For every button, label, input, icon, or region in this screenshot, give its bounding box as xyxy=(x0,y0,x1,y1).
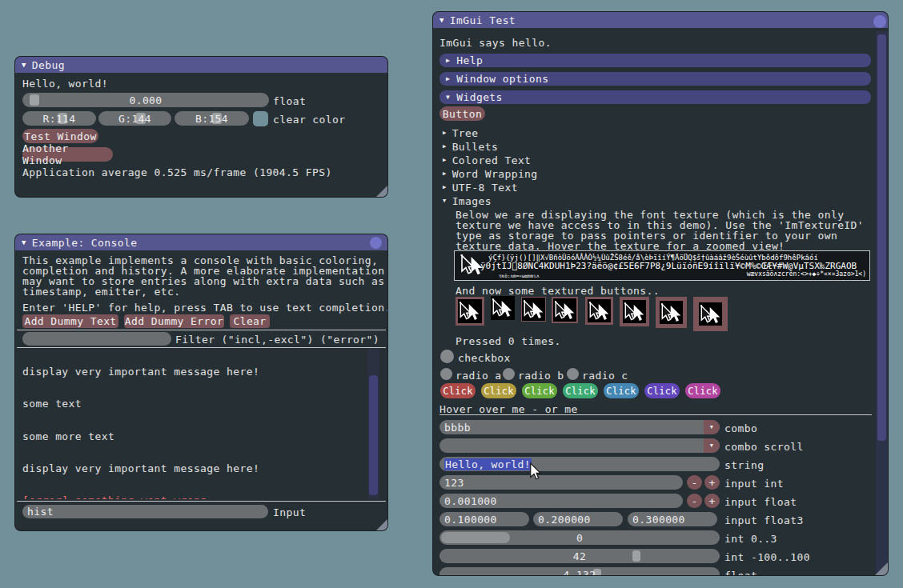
input-float-field[interactable]: 0.001000 xyxy=(439,494,683,508)
combo-arrow-button[interactable]: ▼ xyxy=(704,438,720,453)
imgui-test-window[interactable]: ▼ ImGui Test ImGui says hello. ▶ Help ▶ … xyxy=(432,11,889,576)
console-window[interactable]: ▼ Example: Console This example implemen… xyxy=(14,234,388,531)
add-dummy-error-label: Add Dummy Error xyxy=(125,315,223,327)
image-button-2[interactable] xyxy=(491,296,515,320)
combo-scroll-select[interactable]: ▼ xyxy=(439,438,720,453)
clear-button[interactable]: Clear xyxy=(230,314,270,328)
tree-node-tree[interactable]: ▶ Tree xyxy=(443,127,479,139)
header-help-label: Help xyxy=(456,54,483,66)
console-input[interactable]: hist xyxy=(22,505,268,518)
font-texture-row3: wævxsäöʌzcrèn:<>+◆÷*«×»3azo>1<) xyxy=(747,270,866,278)
imgui-scrollbar-grab[interactable] xyxy=(877,34,886,441)
debug-titlebar[interactable]: ▼ Debug xyxy=(15,57,387,73)
tree-node-images[interactable]: ▼ Images xyxy=(443,195,492,207)
combo-select[interactable]: bbbb ▼ xyxy=(439,420,720,434)
combo-arrow-button[interactable]: ▼ xyxy=(704,420,720,434)
tree-node-bullets[interactable]: ▶ Bullets xyxy=(443,141,498,153)
input-int-plus-button[interactable]: + xyxy=(704,475,720,490)
console-scrollbar-grab[interactable] xyxy=(369,375,378,495)
console-resize-grip[interactable] xyxy=(376,519,387,530)
collapse-arrow-icon[interactable]: ▼ xyxy=(439,17,444,24)
click-button-4[interactable]: Click xyxy=(563,383,598,398)
color-edit-r[interactable]: R:114 xyxy=(22,111,96,126)
hover-over-me-text[interactable]: Hover over me - or me xyxy=(439,403,578,415)
input-int-label: input int xyxy=(724,478,784,490)
image-button-8[interactable] xyxy=(693,297,728,331)
input-float3-x[interactable]: 0.100000 xyxy=(439,512,529,526)
click-button-6[interactable]: Click xyxy=(644,383,680,398)
slider-float[interactable]: 4.132 xyxy=(439,567,720,576)
slider-int-0-3[interactable]: 0 xyxy=(439,530,720,545)
tree-node-utf8-text[interactable]: ▶ UTF-8 Text xyxy=(443,182,518,194)
string-label: string xyxy=(724,459,764,471)
console-titlebar[interactable]: ▼ Example: Console xyxy=(15,234,387,250)
chevron-right-icon: ▶ xyxy=(446,58,450,64)
debug-resize-grip[interactable] xyxy=(376,186,387,197)
widgets-button[interactable]: Button xyxy=(439,106,485,121)
imgui-window-title: ImGui Test xyxy=(450,14,516,26)
click-button-1[interactable]: Click xyxy=(440,383,476,398)
cursor-glyphs-icon xyxy=(589,302,610,321)
input-float3-y[interactable]: 0.200000 xyxy=(533,512,623,526)
header-widgets-label: Widgets xyxy=(456,91,503,103)
log-line: [error] something went wrong xyxy=(22,495,367,499)
filter-input[interactable] xyxy=(22,332,171,346)
click-button-5[interactable]: Click xyxy=(604,383,639,398)
test-window-button[interactable]: Test Window xyxy=(22,129,98,143)
input-float3-z[interactable]: 0.300000 xyxy=(628,512,717,526)
font-texture-image[interactable]: ýÇf}{ÿj()[]‖X√BñòÛöóÃÂÀÒ½¼ÙûŽŠ8éê/å\èÞïî… xyxy=(454,250,870,281)
console-input-value: hist xyxy=(22,506,54,518)
radio-b[interactable] xyxy=(503,368,515,380)
console-close-button[interactable] xyxy=(370,237,382,249)
input-float-label: input float xyxy=(724,496,797,508)
image-button-3[interactable] xyxy=(521,297,546,322)
checkbox[interactable] xyxy=(440,350,454,363)
imgui-close-button[interactable] xyxy=(873,15,886,28)
imgui-titlebar[interactable]: ▼ ImGui Test xyxy=(433,12,888,28)
debug-window[interactable]: ▼ Debug Hello, world! 0.000 float R:114 … xyxy=(14,56,388,198)
mouse-cursor-icon xyxy=(529,462,542,480)
log-line: display very important message here! xyxy=(22,463,367,474)
click-button-7[interactable]: Click xyxy=(685,383,720,398)
console-log-region[interactable]: display very important message here! som… xyxy=(22,348,367,499)
input-int-minus-button[interactable]: - xyxy=(687,475,702,490)
another-window-button-label: Another Window xyxy=(22,142,113,166)
string-input[interactable]: Hello, world! xyxy=(439,457,720,471)
float-slider[interactable]: 0.000 xyxy=(22,93,269,107)
input-int-field[interactable]: 123 xyxy=(439,475,683,490)
float-slider-grab[interactable] xyxy=(30,94,39,106)
image-button-4[interactable] xyxy=(552,297,578,323)
imgui-resize-grip[interactable] xyxy=(875,562,888,575)
click-button-3[interactable]: Click xyxy=(522,383,557,398)
checkbox-label: checkbox xyxy=(458,352,511,364)
image-button-1[interactable] xyxy=(456,297,484,326)
header-widgets[interactable]: ▼ Widgets xyxy=(439,90,871,104)
chevron-right-icon: ▶ xyxy=(446,76,450,82)
combo-label: combo xyxy=(724,422,757,434)
input-float-minus-button[interactable]: - xyxy=(687,494,702,508)
radio-a[interactable] xyxy=(440,368,452,380)
another-window-button[interactable]: Another Window xyxy=(22,147,113,162)
image-button-6[interactable] xyxy=(620,297,649,326)
tree-node-word-wrapping[interactable]: ▶ Word Wrapping xyxy=(443,168,538,180)
debug-window-title: Debug xyxy=(32,59,65,71)
click-button-2[interactable]: Click xyxy=(481,383,516,398)
add-dummy-text-button[interactable]: Add Dummy Text xyxy=(22,314,118,328)
cursor-glyphs-icon xyxy=(492,298,513,318)
header-window-options[interactable]: ▶ Window options xyxy=(439,72,871,86)
color-edit-b[interactable]: B:154 xyxy=(175,111,249,126)
collapse-arrow-icon[interactable]: ▼ xyxy=(22,62,26,69)
header-help[interactable]: ▶ Help xyxy=(439,54,871,67)
slider-int-100[interactable]: 42 xyxy=(439,549,720,563)
chevron-right-icon: ▶ xyxy=(443,130,447,136)
image-button-5[interactable] xyxy=(585,297,613,325)
collapse-arrow-icon[interactable]: ▼ xyxy=(22,239,26,246)
clear-color-label: clear color xyxy=(273,114,346,126)
clear-color-swatch[interactable] xyxy=(253,111,268,126)
tree-node-colored-text[interactable]: ▶ Colored Text xyxy=(443,154,531,166)
radio-c[interactable] xyxy=(567,368,579,380)
image-button-7[interactable] xyxy=(656,297,687,328)
add-dummy-error-button[interactable]: Add Dummy Error xyxy=(124,314,224,328)
color-edit-g[interactable]: G:144 xyxy=(98,111,171,126)
input-float-plus-button[interactable]: + xyxy=(704,494,720,508)
